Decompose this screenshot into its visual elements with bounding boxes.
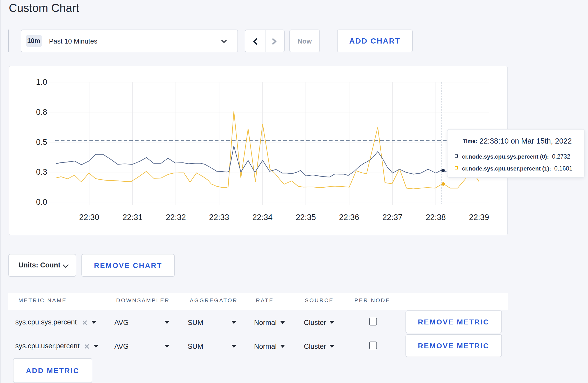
svg-text:1.0: 1.0 <box>36 77 47 86</box>
svg-text:22:37: 22:37 <box>382 212 403 222</box>
svg-text:0.5: 0.5 <box>36 137 47 146</box>
svg-text:22:30: 22:30 <box>79 212 99 222</box>
svg-text:22:33: 22:33 <box>209 212 229 222</box>
svg-text:22:31: 22:31 <box>122 212 143 222</box>
svg-text:22:34: 22:34 <box>253 212 273 222</box>
svg-text:0.3: 0.3 <box>36 167 47 176</box>
svg-text:22:36: 22:36 <box>339 212 359 222</box>
svg-text:22:35: 22:35 <box>296 212 316 222</box>
svg-text:22:38: 22:38 <box>426 212 446 222</box>
svg-text:0.0: 0.0 <box>36 197 47 206</box>
svg-text:22:32: 22:32 <box>166 212 186 222</box>
svg-text:22:39: 22:39 <box>469 212 489 222</box>
svg-text:0.8: 0.8 <box>36 107 47 116</box>
